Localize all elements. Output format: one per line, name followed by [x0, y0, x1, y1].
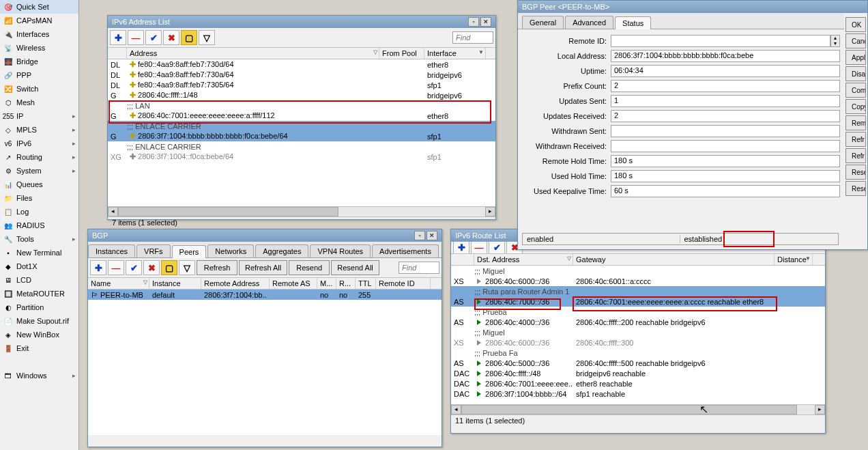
sidebar-item-ppp[interactable]: 🔗PPP: [0, 68, 78, 82]
sidebar-item-mpls[interactable]: ◇MPLS▸: [0, 123, 78, 137]
resend-all-button[interactable]: Resend All: [331, 260, 379, 275]
col-remote-as[interactable]: Remote AS: [270, 278, 317, 289]
remove-button[interactable]: Remo: [845, 115, 866, 130]
col-flags[interactable]: [451, 254, 474, 265]
route-row[interactable]: AS 2806:40c:7000::/362806:40c:7001:eeee:…: [451, 296, 825, 307]
close-button[interactable]: ✕: [480, 17, 491, 27]
enable-button[interactable]: ✔: [126, 260, 142, 275]
tab-peers[interactable]: Peers: [172, 245, 207, 258]
remove-button[interactable]: —: [108, 260, 124, 275]
col-dist[interactable]: Distance▼: [775, 254, 813, 265]
route-row[interactable]: DAC 2806:3f7:1004:bbbb::/64sfp1 reachabl…: [451, 389, 825, 399]
peer-row[interactable]: 🏳 PEER-to-MB default 2806:3f7:1004:bb.. …: [88, 290, 442, 300]
resend-all-button[interactable]: Rese: [845, 181, 866, 196]
hscrollbar[interactable]: ◂▸: [108, 206, 495, 216]
address-row[interactable]: DL✚ fe80::4aa9:8aff:feb7:7305/64sfp1: [108, 80, 495, 90]
col-flags[interactable]: [108, 48, 127, 59]
enable-button[interactable]: ✔: [145, 30, 162, 45]
field-value[interactable]: 2: [611, 110, 840, 122]
enable-button[interactable]: ✔: [489, 242, 505, 254]
sidebar-item-ip[interactable]: 255IP▸: [0, 109, 78, 123]
field-value[interactable]: 2806:3f7:1004:bbbb:bbbb:bbbb:f0ca:bebe: [611, 50, 840, 62]
apply-button[interactable]: Appl: [845, 50, 866, 65]
field-value[interactable]: 180 s: [611, 170, 840, 182]
sidebar-item-switch[interactable]: 🔀Switch: [0, 82, 78, 96]
col-remote-address[interactable]: Remote Address: [201, 278, 270, 289]
add-button[interactable]: ✚: [110, 30, 126, 45]
sidebar-item-interfaces[interactable]: 🔌Interfaces: [0, 27, 78, 41]
tab-instances[interactable]: Instances: [88, 244, 135, 257]
windows-button[interactable]: 🗔 Windows ▸: [0, 369, 78, 382]
tab-advanced[interactable]: Advanced: [565, 16, 613, 29]
comment-button[interactable]: Comm: [845, 83, 866, 98]
tab-general[interactable]: General: [522, 16, 564, 29]
address-row[interactable]: G✚ 2806:40c:7001:eeee:eeee:eeee:a:ffff/1…: [108, 111, 495, 121]
tab-vrfs[interactable]: VRFs: [136, 244, 171, 257]
refresh-button[interactable]: Refresh: [197, 260, 237, 275]
minimize-button[interactable]: ▫: [468, 17, 479, 27]
col-name[interactable]: Name▽: [88, 278, 149, 289]
sidebar-item-partition[interactable]: ◐Partition: [0, 300, 78, 314]
refresh-button[interactable]: Refr: [845, 132, 866, 147]
sidebar-item-radius[interactable]: 👥RADIUS: [0, 219, 78, 232]
remove-button[interactable]: —: [128, 30, 144, 45]
tab-status[interactable]: Status: [615, 16, 651, 29]
minimize-button[interactable]: ▫: [414, 231, 425, 240]
sidebar-item-queues[interactable]: 📊Queues: [0, 178, 78, 191]
sidebar-item-new-winbox[interactable]: ◈New WinBox: [0, 328, 78, 341]
route-row[interactable]: XS 2806:40c:6000::/362806:40c:6001::a:cc…: [451, 276, 825, 286]
filter-button[interactable]: ▽: [199, 30, 215, 45]
disable-button[interactable]: ✖: [143, 260, 160, 275]
resend-button[interactable]: Rese: [845, 165, 866, 180]
field-value[interactable]: [611, 140, 840, 152]
hscrollbar[interactable]: ◂▸: [451, 404, 825, 414]
disable-button[interactable]: ✖: [163, 30, 179, 45]
col-ttl[interactable]: TTL: [356, 278, 376, 289]
field-value[interactable]: 1: [611, 95, 840, 107]
add-button[interactable]: ✚: [90, 260, 106, 275]
field-value[interactable]: 2: [611, 80, 840, 92]
col-remote-id[interactable]: Remote ID: [376, 278, 431, 289]
tab-vpn4-routes[interactable]: VPN4 Routes: [310, 244, 371, 257]
find-input[interactable]: [452, 31, 493, 44]
sidebar-item-files[interactable]: 📁Files: [0, 191, 78, 205]
col-m-[interactable]: M...: [317, 278, 336, 289]
sidebar-item-lcd[interactable]: 🖥LCD: [0, 273, 78, 287]
route-row[interactable]: DAC 2806:40c:7001:eeee:eee..ether8 reach…: [451, 378, 825, 389]
address-row[interactable]: G✚ 2806:40c:ffff::1/48bridgeipv6: [108, 90, 495, 100]
titlebar[interactable]: IPv6 Address List ▫ ✕: [108, 16, 495, 28]
address-row[interactable]: DL✚ fe80::4aa9:8aff:feb7:730a/64bridgeip…: [108, 70, 495, 80]
filter-button[interactable]: ▽: [179, 260, 195, 275]
col-r-[interactable]: R...: [336, 278, 356, 289]
sidebar-item-log[interactable]: 📋Log: [0, 205, 78, 219]
titlebar[interactable]: BGP ▫ ✕: [88, 229, 442, 242]
sidebar-item-ipv6[interactable]: v6IPv6▸: [0, 137, 78, 150]
field-value[interactable]: 60 s: [611, 185, 840, 197]
field-value[interactable]: 06:04:34: [611, 65, 840, 77]
sidebar-item-system[interactable]: ⚙System▸: [0, 164, 78, 178]
field-value[interactable]: 180 s: [611, 155, 840, 167]
col-gw[interactable]: Gateway: [573, 254, 775, 265]
field-value[interactable]: [611, 125, 840, 137]
sidebar-item-make-supout.rif[interactable]: 📄Make Supout.rif: [0, 314, 78, 328]
disable-button[interactable]: Disa: [845, 66, 866, 81]
cancel-button[interactable]: Canc: [845, 33, 866, 48]
add-button[interactable]: ✚: [453, 242, 469, 254]
route-row[interactable]: AS 2806:40c:4000::/362806:40c:ffff::200 …: [451, 317, 825, 327]
spin-button[interactable]: ▴▾: [830, 35, 840, 47]
tab-advertisements[interactable]: Advertisements: [372, 244, 439, 257]
col-address[interactable]: Address▽: [127, 48, 379, 59]
sidebar-item-tools[interactable]: 🔧Tools▸: [0, 232, 78, 246]
col-frompool[interactable]: From Pool: [379, 48, 424, 59]
col-dst[interactable]: Dst. Address▽: [474, 254, 573, 265]
titlebar[interactable]: BGP Peer <PEER-to-MB>: [518, 1, 867, 13]
ok-button[interactable]: OK: [845, 17, 866, 32]
tab-networks[interactable]: Networks: [207, 244, 254, 257]
address-row[interactable]: XG✚ 2806:3f7:1004::f0ca:bebe/64sfp1: [108, 152, 495, 162]
sidebar-item-dot1x[interactable]: ◆Dot1X: [0, 259, 78, 273]
address-row[interactable]: G✚ 2806:3f7:1004:bbbb:bbbb:bbbb:f0ca:beb…: [108, 131, 495, 141]
sidebar-item-capsman[interactable]: 📶CAPsMAN: [0, 14, 78, 27]
sidebar-item-wireless[interactable]: 📡Wireless: [0, 41, 78, 55]
copy-button[interactable]: Copy: [845, 99, 866, 114]
sidebar-item-exit[interactable]: 🚪Exit: [0, 341, 78, 355]
